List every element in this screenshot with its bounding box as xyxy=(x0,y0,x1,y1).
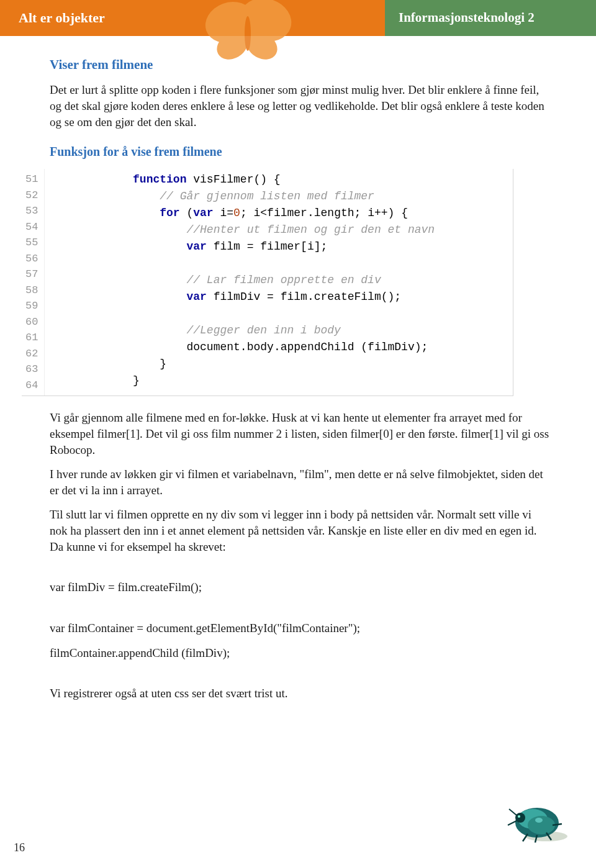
code-inline-2: var filmContainer = document.getElementB… xyxy=(50,620,549,636)
code-inline-3: filmContainer.appendChild (filmDiv); xyxy=(50,645,549,661)
page-content: Viser frem filmene Det er lurt å splitte… xyxy=(0,36,596,723)
header-right-title: Informasjonsteknologi 2 xyxy=(385,0,596,36)
page-number: 16 xyxy=(14,841,25,854)
header-right-text: Informasjonsteknologi 2 xyxy=(399,10,535,25)
code-block: 51 52 53 54 55 56 57 58 59 60 61 62 63 6… xyxy=(22,169,513,396)
paragraph-1: Det er lurt å splitte opp koden i flere … xyxy=(50,82,549,130)
sub-title: Funksjon for å vise frem filmene xyxy=(50,143,549,160)
bug-decoration-icon xyxy=(503,798,571,844)
header-left-text: Alt er objekter xyxy=(19,10,105,25)
code-lines: function visFilmer() { // Går gjennom li… xyxy=(45,169,441,396)
paragraph-5: Vi registrerer også at uten css ser det … xyxy=(50,685,549,702)
svg-point-11 xyxy=(535,818,543,823)
header-left-title: Alt er objekter xyxy=(0,0,385,36)
code-inline-1: var filmDiv = film.createFilm(); xyxy=(50,579,549,595)
section-title: Viser frem filmene xyxy=(50,56,549,73)
paragraph-2: Vi går gjennom alle filmene med en for-l… xyxy=(50,410,549,458)
paragraph-4: Til slutt lar vi filmen opprette en ny d… xyxy=(50,507,549,554)
page-header: Alt er objekter Informasjonsteknologi 2 xyxy=(0,0,596,36)
paragraph-3: I hver runde av løkken gir vi filmen et … xyxy=(50,466,549,498)
code-gutter: 51 52 53 54 55 56 57 58 59 60 61 62 63 6… xyxy=(22,169,45,396)
svg-point-10 xyxy=(518,815,520,818)
